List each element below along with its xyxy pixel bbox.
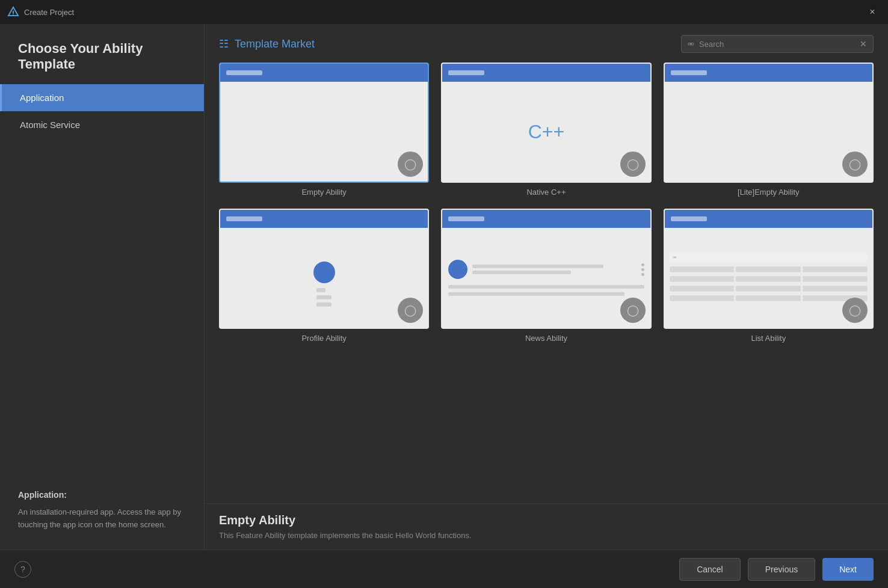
template-label-news: News Ability [525, 334, 567, 343]
app-type-description: An installation-required app. Access the… [18, 506, 186, 531]
template-grid-container: ◯ Empty Ability C++ [205, 63, 888, 503]
profile-mockup [313, 250, 335, 307]
template-label-native-cpp: Native C++ [526, 188, 566, 197]
main-content: Choose Your Ability Template Application… [0, 24, 888, 550]
left-footer: Application: An installation-required ap… [0, 476, 204, 550]
selected-template-description: This Feature Ability template implements… [219, 531, 874, 540]
badge-icon-list: ◯ [842, 298, 868, 323]
svg-point-2 [13, 14, 14, 16]
search-clear-button[interactable]: ✕ [860, 39, 867, 49]
template-label-empty-ability: Empty Ability [301, 188, 346, 197]
news-mockup [442, 254, 650, 302]
template-label-list: List Ability [751, 334, 786, 343]
title-bar-left: Create Project [7, 6, 74, 18]
left-panel: Choose Your Ability Template Application… [0, 24, 205, 550]
list-mockup: ⚮ [665, 250, 872, 306]
badge-icon-lite-empty: ◯ [842, 152, 868, 177]
template-thumbnail-profile: ◯ [219, 209, 429, 329]
template-grid: ◯ Empty Ability C++ [219, 63, 874, 343]
search-icon: ⚮ [688, 40, 694, 49]
template-thumbnail-lite-empty: ◯ [664, 63, 874, 183]
search-box: ⚮ ✕ [681, 35, 874, 53]
template-label-lite-empty: [Lite]Empty Ability [738, 188, 800, 197]
template-thumbnail-native-cpp: C++ ◯ [441, 63, 651, 183]
selected-description: Empty Ability This Feature Ability templ… [205, 503, 888, 550]
right-panel: ☷ Template Market ⚮ ✕ [205, 24, 888, 550]
close-button[interactable]: × [864, 4, 881, 20]
template-card-news[interactable]: ◯ News Ability [441, 209, 651, 343]
action-buttons: Cancel Previous Next [679, 558, 874, 581]
app-logo-icon [7, 6, 19, 18]
bottom-bar: ? Cancel Previous Next [0, 550, 888, 588]
template-thumbnail-list: ⚮ [664, 209, 874, 329]
badge-icon-empty-ability: ◯ [398, 152, 423, 177]
template-card-lite-empty[interactable]: ◯ [Lite]Empty Ability [664, 63, 874, 197]
cpp-text-icon: C++ [528, 121, 564, 143]
search-input[interactable] [699, 40, 855, 49]
cancel-button[interactable]: Cancel [679, 558, 741, 581]
title-bar: Create Project × [0, 0, 888, 24]
badge-icon-native-cpp: ◯ [620, 152, 646, 177]
window-title: Create Project [24, 8, 74, 17]
template-header: ☷ Template Market ⚮ ✕ [205, 24, 888, 63]
template-card-native-cpp[interactable]: C++ ◯ Native C++ [441, 63, 651, 197]
template-market-icon: ☷ [219, 37, 229, 51]
nav-list: Application Atomic Service [0, 84, 204, 138]
previous-button[interactable]: Previous [748, 558, 815, 581]
badge-icon-news: ◯ [620, 298, 646, 323]
help-button[interactable]: ? [14, 561, 31, 578]
sidebar-item-atomic-service[interactable]: Atomic Service [0, 111, 204, 138]
template-thumbnail-empty-ability: ◯ [219, 63, 429, 183]
app-type-label: Application: [18, 488, 186, 501]
template-card-empty-ability[interactable]: ◯ Empty Ability [219, 63, 429, 197]
template-label-profile: Profile Ability [301, 334, 346, 343]
badge-icon-profile: ◯ [398, 298, 423, 323]
template-card-profile[interactable]: ◯ Profile Ability [219, 209, 429, 343]
sidebar-item-application[interactable]: Application [0, 84, 204, 111]
template-card-list[interactable]: ⚮ [664, 209, 874, 343]
next-button[interactable]: Next [822, 558, 874, 581]
page-heading: Choose Your Ability Template [0, 24, 204, 84]
template-thumbnail-news: ◯ [441, 209, 651, 329]
selected-template-title: Empty Ability [219, 513, 874, 527]
template-market-title: ☷ Template Market [219, 37, 315, 51]
